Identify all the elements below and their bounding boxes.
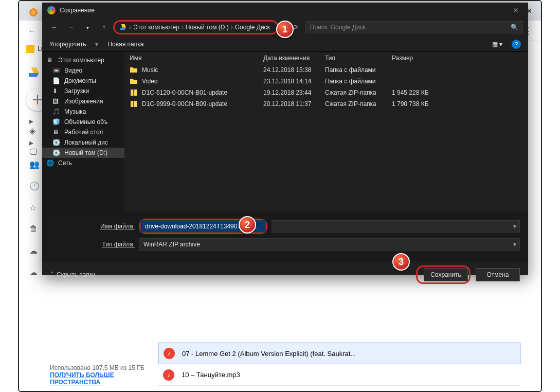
storage-text: Использовано 107,5 МБ из 15 ГБ [50, 364, 148, 371]
refresh-icon[interactable]: ⟳ [293, 24, 298, 31]
backups-icon[interactable]: ☁ [29, 246, 40, 256]
save-dialog: Сохранение ✕ ← → ▾ ↑ › Этот компьютер › … [42, 3, 528, 275]
tree-item[interactable]: 📄Документы [42, 76, 124, 86]
shared-icon[interactable]: 👥 [29, 159, 40, 170]
tree-item[interactable]: 🧊Объемные объ [42, 117, 124, 127]
3d-icon: 🧊 [52, 118, 61, 126]
row-date: 20.12.2018 11:37 [258, 100, 320, 108]
breadcrumb[interactable]: › Этот компьютер › Новый том (D:) › Goog… [113, 20, 279, 34]
organize-button[interactable]: Упорядочить [49, 41, 86, 48]
col-date[interactable]: Дата изменения [258, 55, 320, 62]
step-badge-1: 1 [276, 21, 294, 38]
up-button[interactable]: ↑ [97, 20, 111, 34]
path-segment[interactable]: Новый том (D:) [186, 24, 229, 31]
file-row[interactable]: ♪ 10 – Танцуйте.mp3 [158, 364, 520, 386]
tree-item[interactable]: 🖥Этот компьютер [42, 55, 124, 65]
file-name: 10 – Танцуйте.mp3 [182, 371, 240, 379]
tree-item[interactable]: 💽Локальный дис [42, 137, 124, 148]
disk-icon: 💽 [52, 139, 61, 146]
tree-item[interactable]: 🖼Изображения [42, 96, 124, 106]
tree-item[interactable]: 📼Видео [42, 65, 124, 76]
tree-label: Новый том (D:) [64, 149, 107, 156]
filetype-value: WinRAR ZIP archive [143, 241, 200, 248]
tree-item[interactable]: 💽Новый том (D:) [42, 148, 124, 158]
list-row[interactable]: Music24.12.2018 15:38Папка с файлами [124, 64, 528, 76]
search-input[interactable]: Поиск: Google Диск 🔍 [305, 21, 523, 33]
dl-icon: ⬇ [52, 87, 61, 95]
back-button[interactable]: ← [24, 23, 40, 39]
row-type: Папка с файлами [320, 66, 387, 74]
search-placeholder: Поиск: Google Диск [310, 24, 366, 31]
computers-icon[interactable]: ▸ 🖵 [29, 138, 40, 148]
storage-icon[interactable]: ☁ [29, 268, 40, 278]
path-segment[interactable]: Google Диск [235, 24, 270, 31]
chevron-down-icon[interactable]: ▾ [513, 241, 516, 248]
row-name: D1C-9999-0-00CN-B09-update [142, 100, 227, 108]
col-type[interactable]: Тип [320, 55, 387, 62]
new-folder-button[interactable]: Новая папка [107, 41, 143, 48]
chevron-right-icon: › [129, 24, 131, 31]
pc-icon: 🖥 [46, 57, 55, 64]
tree-label: Изображения [64, 98, 103, 105]
list-row[interactable]: D1C-6120-0-00CN-B01-update19.12.2018 23:… [124, 87, 528, 98]
row-size: 1 945 228 КБ [387, 89, 438, 96]
tree-item[interactable]: ⬇Загрузки [42, 86, 124, 96]
filetype-select[interactable]: WinRAR ZIP archive ▾ [139, 238, 520, 251]
chevron-right-icon: › [231, 24, 233, 31]
chrome-icon [47, 6, 56, 14]
drive-logo-icon [26, 66, 42, 79]
back-button[interactable]: ← [47, 20, 62, 34]
desk-icon: 🖥 [52, 129, 61, 136]
chevron-down-icon[interactable]: ▾ [80, 20, 95, 34]
tree-label: Рабочий стол [64, 129, 103, 136]
tree-label: Сеть [58, 159, 72, 167]
row-type: Сжатая ZIP-папка [320, 100, 387, 108]
col-size[interactable]: Размер [387, 55, 438, 62]
recent-icon[interactable]: 🕘 [29, 181, 40, 191]
list-row[interactable]: D1C-9999-0-00CN-B09-update20.12.2018 11:… [124, 98, 528, 110]
chevron-down-icon[interactable]: ▾ [513, 223, 516, 230]
list-row[interactable]: Video23.12.2018 14:14Папка с файлами [124, 76, 528, 87]
disk-icon: 💽 [52, 149, 61, 156]
row-date: 24.12.2018 15:38 [258, 66, 320, 74]
row-date: 19.12.2018 23:44 [258, 89, 320, 96]
folder-tree: 🖥Этот компьютер📼Видео📄Документы⬇Загрузки… [42, 52, 124, 211]
column-headers[interactable]: Имя Дата изменения Тип Размер [124, 52, 528, 64]
save-button[interactable]: Сохранить [424, 268, 468, 281]
starred-icon[interactable]: ☆ [29, 203, 40, 213]
zip-icon [130, 88, 138, 97]
row-size: 1 790 738 КБ [387, 100, 438, 108]
view-mode-button[interactable]: ▦ ▾ [492, 41, 502, 48]
close-icon[interactable]: ✕ [509, 6, 523, 14]
folder-icon [130, 77, 138, 85]
tree-item[interactable]: 🌐Сеть [42, 158, 124, 168]
row-name: Music [142, 66, 158, 74]
forward-button[interactable]: → [64, 20, 78, 34]
doc-icon: 📄 [52, 77, 61, 84]
path-segment[interactable]: Этот компьютер [133, 24, 179, 31]
file-name: 07 - Lemme Get 2 (Album Version Explicit… [182, 350, 356, 358]
cancel-button[interactable]: Отмена [476, 268, 520, 281]
tree-label: Музыка [64, 108, 86, 115]
search-icon: 🔍 [511, 24, 518, 31]
tree-item[interactable]: 🖥Рабочий стол [42, 127, 124, 137]
step-badge-3: 3 [392, 253, 410, 271]
file-list: Имя Дата изменения Тип Размер Music24.12… [124, 52, 528, 211]
file-row[interactable]: ♪ 07 - Lemme Get 2 (Album Version Explic… [158, 343, 520, 364]
help-icon[interactable]: ? [512, 40, 521, 49]
hide-folders-button[interactable]: ˄ Скрыть папки [50, 271, 96, 278]
trash-icon[interactable]: 🗑 [29, 224, 40, 235]
col-name[interactable]: Имя [124, 55, 258, 62]
tree-item[interactable]: 🎵Музыка [42, 106, 124, 117]
svg-rect-3 [133, 101, 134, 107]
buy-storage-link[interactable]: ПОЛУЧИТЬ БОЛЬШЕ ПРОСТРАНСТВА [50, 371, 148, 386]
chevron-up-icon: ˄ [50, 271, 53, 278]
row-name: Video [142, 78, 157, 85]
row-type: Папка с файлами [320, 78, 387, 85]
filename-input-ext[interactable]: ▾ [272, 220, 520, 233]
audio-icon: ♪ [164, 348, 175, 359]
dialog-titlebar[interactable]: Сохранение ✕ [42, 3, 528, 18]
audio-icon: ♪ [163, 369, 174, 381]
my-drive-icon[interactable]: ▸ ◈ [29, 116, 40, 127]
filename-label: Имя файла: [94, 223, 135, 230]
